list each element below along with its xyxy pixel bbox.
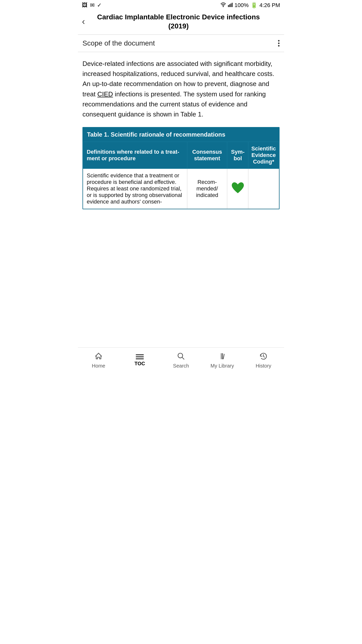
- status-right-info: 100% 🔋 4:26 PM: [220, 2, 280, 9]
- svg-rect-4: [232, 3, 233, 7]
- subheader: Scope of the document: [78, 35, 284, 52]
- recommendations-table: Definitions where related to a treat­men…: [83, 142, 279, 209]
- section-title: Scope of the document: [82, 39, 155, 47]
- wifi-icon: [220, 2, 226, 9]
- nav-label-history: History: [256, 363, 271, 369]
- table-row: Scientific evidence that a treatment or …: [83, 169, 279, 209]
- col-header-symbol: Sym­bol: [227, 142, 248, 169]
- toc-icon: [136, 354, 144, 359]
- svg-line-6: [182, 357, 184, 359]
- nav-label-search: Search: [173, 363, 189, 369]
- cell-coding: [248, 169, 279, 209]
- library-icon: [218, 352, 226, 361]
- nav-item-home[interactable]: Home: [78, 348, 119, 372]
- page-title: Cardiac Implantable Electronic Device in…: [87, 13, 280, 31]
- mail-icon: ✉: [90, 2, 95, 9]
- bottom-navigation: Home TOC Search My Library: [78, 347, 284, 372]
- image-icon: 🖼: [82, 2, 87, 9]
- nav-item-search[interactable]: Search: [160, 348, 202, 372]
- signal-icon: [228, 2, 233, 9]
- header: ‹ Cardiac Implantable Electronic Device …: [78, 10, 284, 35]
- nav-label-home: Home: [92, 363, 105, 369]
- svg-line-9: [223, 354, 224, 359]
- evidence-table: Table 1. Scientific rationale of recomme…: [82, 127, 280, 209]
- cied-link[interactable]: CIED: [97, 90, 113, 98]
- heart-symbol: [230, 181, 245, 195]
- clock: 4:26 PM: [259, 2, 280, 9]
- nav-label-my-library: My Library: [210, 363, 234, 369]
- check-icon: ✓: [97, 2, 102, 9]
- search-icon: [177, 352, 185, 361]
- nav-item-my-library[interactable]: My Library: [202, 348, 243, 372]
- col-header-definitions: Definitions where related to a treat­men…: [83, 142, 187, 169]
- status-left-icons: 🖼 ✉ ✓: [82, 2, 102, 9]
- svg-point-0: [223, 6, 223, 7]
- nav-item-history[interactable]: History: [243, 348, 284, 372]
- intro-paragraph: Device-related infections are associated…: [82, 59, 280, 119]
- cell-symbol: [227, 169, 248, 209]
- nav-item-toc[interactable]: TOC: [119, 348, 160, 372]
- status-bar: 🖼 ✉ ✓ 100% 🔋 4:26 PM: [78, 0, 284, 10]
- back-button[interactable]: ‹: [82, 17, 85, 26]
- more-options-button[interactable]: [278, 40, 280, 47]
- cell-definition: Scientific evidence that a treatment or …: [83, 169, 187, 209]
- battery-percentage: 100%: [235, 2, 249, 9]
- col-header-consensus: Consensus statement: [187, 142, 227, 169]
- history-icon: [259, 352, 267, 361]
- svg-rect-3: [231, 4, 231, 7]
- cell-consensus: Recom­mended/ indicated: [187, 169, 227, 209]
- nav-label-toc: TOC: [134, 361, 145, 367]
- svg-rect-1: [228, 5, 229, 7]
- table-title: Table 1. Scientific rationale of recomme…: [83, 128, 279, 142]
- home-icon: [95, 352, 103, 361]
- col-header-coding: Scien­tific Evide­nce Cod­ing*: [248, 142, 279, 169]
- main-content: Device-related infections are associated…: [78, 52, 284, 347]
- svg-rect-2: [229, 4, 230, 7]
- battery-icon: 🔋: [251, 2, 257, 9]
